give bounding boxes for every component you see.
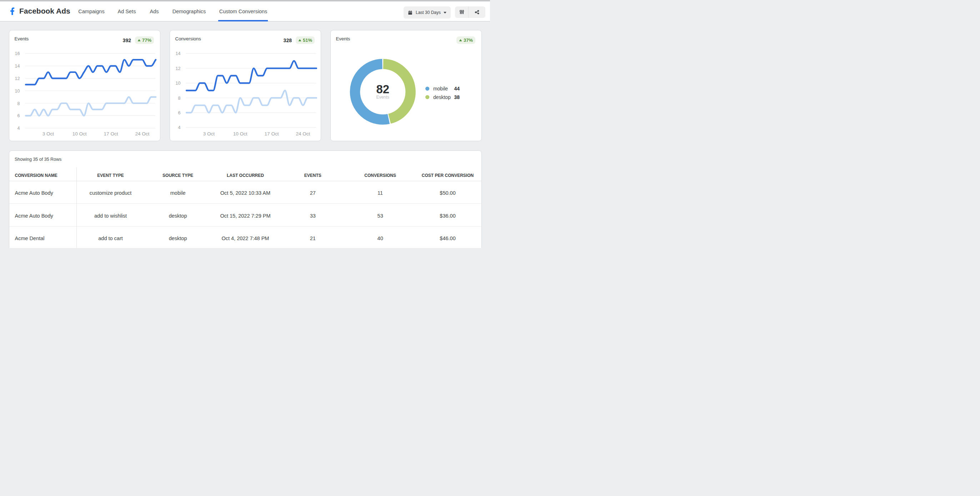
svg-text:Events: Events xyxy=(376,95,389,100)
svg-text:6: 6 xyxy=(178,110,181,115)
svg-text:4: 4 xyxy=(18,126,20,131)
svg-text:8: 8 xyxy=(18,101,20,106)
svg-text:desktop: desktop xyxy=(433,94,451,100)
svg-text:14: 14 xyxy=(15,64,20,69)
svg-text:6: 6 xyxy=(18,113,20,118)
svg-text:16: 16 xyxy=(15,51,20,56)
svg-text:24 Oct: 24 Oct xyxy=(296,131,310,137)
svg-text:38: 38 xyxy=(454,94,460,100)
svg-text:3 Oct: 3 Oct xyxy=(203,131,215,137)
svg-text:17 Oct: 17 Oct xyxy=(265,131,279,137)
svg-text:12: 12 xyxy=(176,66,181,71)
svg-text:17 Oct: 17 Oct xyxy=(104,131,118,137)
svg-text:10 Oct: 10 Oct xyxy=(73,131,87,137)
svg-text:4: 4 xyxy=(178,125,181,130)
svg-text:24 Oct: 24 Oct xyxy=(135,131,149,137)
svg-text:12: 12 xyxy=(15,76,20,81)
svg-text:14: 14 xyxy=(176,51,181,56)
svg-text:82: 82 xyxy=(376,83,389,96)
svg-text:10: 10 xyxy=(176,81,181,86)
svg-text:10 Oct: 10 Oct xyxy=(233,131,248,137)
svg-text:mobile: mobile xyxy=(433,86,448,91)
svg-text:10: 10 xyxy=(15,89,20,94)
svg-text:3 Oct: 3 Oct xyxy=(43,131,54,137)
svg-text:44: 44 xyxy=(454,86,460,91)
svg-text:8: 8 xyxy=(178,96,181,101)
